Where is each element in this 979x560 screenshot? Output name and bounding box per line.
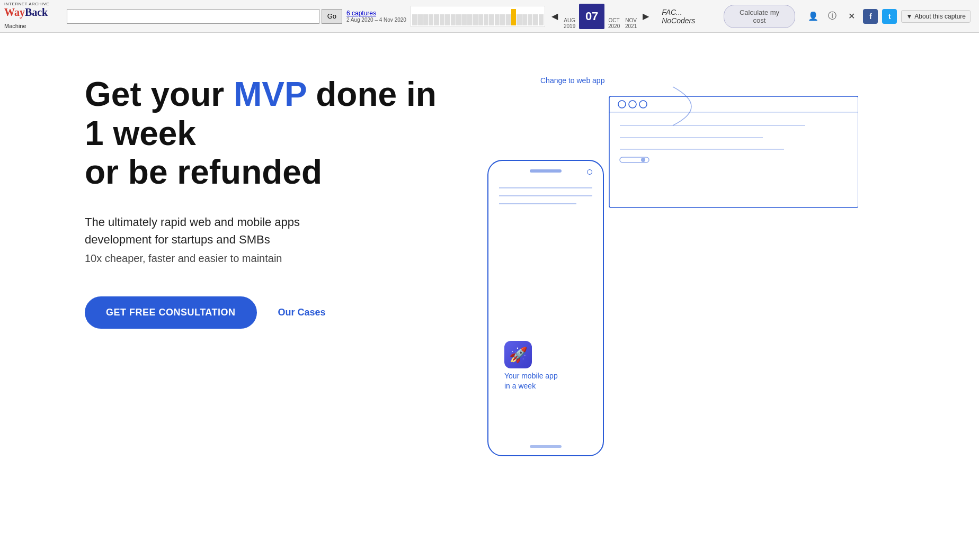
- svg-rect-8: [620, 157, 649, 162]
- tick: [539, 14, 544, 25]
- mobile-notch: [530, 169, 562, 173]
- headline-part1: Get your: [85, 75, 234, 113]
- calculate-cost-button[interactable]: Calculate my cost: [724, 5, 796, 28]
- tick: [456, 14, 461, 25]
- tick: [429, 14, 433, 25]
- timeline[interactable]: [411, 6, 545, 27]
- tick: [506, 14, 511, 25]
- mobile-label-line1: Your mobile app: [504, 372, 558, 380]
- next-month: NOV 2021: [624, 17, 638, 29]
- current-year-label: 2020: [608, 23, 620, 29]
- tick: [445, 14, 450, 25]
- help-icon[interactable]: ⓘ: [825, 9, 840, 24]
- device-illustration: Change to web app: [487, 65, 858, 477]
- svg-point-4: [639, 101, 647, 108]
- tick: [495, 14, 500, 25]
- prev-year-label: 2019: [564, 23, 575, 29]
- mobile-line-1: [499, 187, 592, 188]
- tick: [478, 14, 483, 25]
- mobile-wireframe: 🚀 Your mobile app in a week: [487, 160, 604, 456]
- consultation-button[interactable]: GET FREE CONSULTATION: [85, 296, 257, 329]
- machine-label: Machine: [4, 23, 26, 29]
- tick: [522, 14, 527, 25]
- timeline-bar: [411, 6, 545, 26]
- next-month-arrow[interactable]: ▶: [640, 11, 651, 21]
- wayback-toolbar: INTERNET ARCHIVE WayBack Machine https:/…: [0, 0, 979, 33]
- prev-month-arrow[interactable]: ◀: [549, 11, 560, 21]
- current-month: OCT 2020: [607, 17, 621, 29]
- tick: [434, 14, 439, 25]
- captures-link[interactable]: 6 captures: [346, 10, 406, 17]
- current-month-label: OCT: [609, 17, 620, 23]
- hero-subtext: The ultimately rapid web and mobile apps…: [85, 213, 381, 248]
- subtext-line2: development for startups and SMBs: [85, 233, 270, 246]
- svg-point-3: [629, 101, 636, 108]
- home-indicator: [530, 445, 562, 448]
- headline-line2: or be refunded: [85, 153, 322, 191]
- svg-point-2: [618, 101, 626, 108]
- url-bar: https://welovenocode.com/ Go: [67, 9, 342, 24]
- tick: [461, 14, 466, 25]
- cases-link[interactable]: Our Cases: [278, 307, 326, 318]
- about-capture-label: About this capture: [914, 13, 966, 20]
- tick: [500, 14, 505, 25]
- about-capture-button[interactable]: ▼ About this capture: [901, 10, 971, 23]
- mobile-camera: [587, 169, 592, 175]
- mobile-line-3: [499, 203, 576, 204]
- about-capture-arrow: ▼: [906, 13, 912, 20]
- tick: [440, 14, 444, 25]
- tick: [484, 14, 488, 25]
- tick-active: [511, 9, 516, 25]
- mobile-app-label: Your mobile app in a week: [504, 371, 558, 392]
- current-date-badge: 07: [579, 4, 604, 29]
- user-icon[interactable]: 👤: [806, 9, 821, 24]
- site-logo-text: FAC... NoCoders: [662, 8, 715, 25]
- close-icon[interactable]: ✕: [844, 9, 859, 24]
- twitter-share-button[interactable]: t: [882, 9, 897, 24]
- hero-headline: Get your MVP done in 1 week or be refund…: [85, 75, 456, 192]
- captures-info: 6 captures 2 Aug 2020 – 4 Nov 2020: [346, 10, 406, 23]
- facebook-share-button[interactable]: f: [863, 9, 878, 24]
- mobile-line-2: [499, 195, 592, 196]
- tick: [423, 14, 428, 25]
- toolbar-right: 👤 ⓘ ✕ f t ▼ About this capture: [806, 9, 975, 24]
- tick: [517, 14, 521, 25]
- tick: [467, 14, 472, 25]
- tick: [489, 14, 494, 25]
- tick: [528, 14, 532, 25]
- prev-month: AUG 2019: [562, 17, 577, 29]
- tick: [473, 14, 477, 25]
- prev-month-label: AUG: [564, 17, 575, 23]
- hero-section: Get your MVP done in 1 week or be refund…: [85, 75, 826, 329]
- subtext-line1: The ultimately rapid web and mobile apps: [85, 215, 300, 229]
- svg-point-9: [641, 158, 645, 162]
- tick: [417, 14, 422, 25]
- main-content: Get your MVP done in 1 week or be refund…: [0, 33, 979, 560]
- svg-rect-0: [609, 96, 858, 207]
- tick: [412, 14, 417, 25]
- headline-mvp: MVP: [234, 75, 307, 113]
- captures-date: 2 Aug 2020 – 4 Nov 2020: [346, 17, 406, 23]
- wayback-logo: INTERNET ARCHIVE WayBack Machine: [4, 2, 63, 31]
- wayback-machine-brand: WayBack Machine: [4, 6, 48, 31]
- month-nav: ◀ AUG 2019 07 OCT 2020 NOV 2021 ▶: [549, 4, 651, 29]
- app-icon: 🚀: [504, 341, 532, 368]
- url-input[interactable]: https://welovenocode.com/: [67, 9, 319, 24]
- internet-archive-label: INTERNET ARCHIVE: [4, 2, 49, 6]
- tick: [451, 14, 456, 25]
- tick: [533, 14, 538, 25]
- next-year-label: 2021: [625, 23, 637, 29]
- go-button[interactable]: Go: [322, 9, 342, 24]
- mobile-label-line2: in a week: [504, 382, 536, 390]
- captured-site-nav: FAC... NoCoders Calculate my cost: [655, 5, 802, 28]
- change-to-webapp-label: Change to web app: [540, 76, 604, 85]
- next-month-label: NOV: [625, 17, 637, 23]
